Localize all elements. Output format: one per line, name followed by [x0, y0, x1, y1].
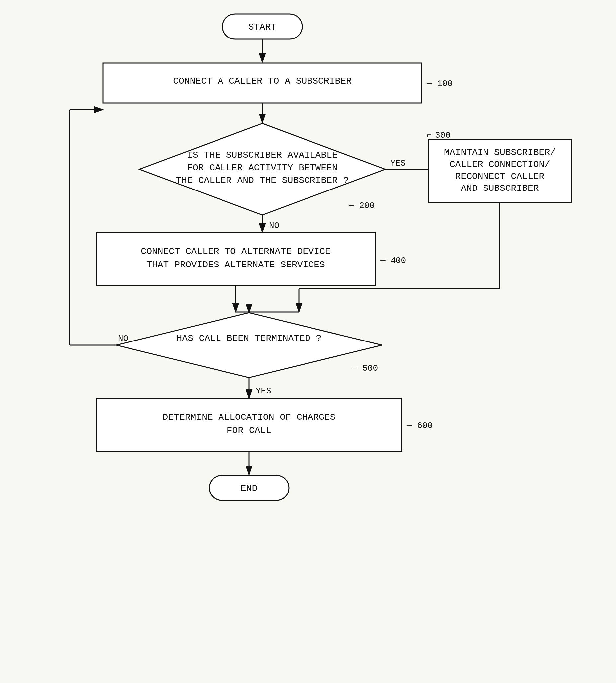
step400-ref: ─ 400 — [380, 255, 406, 266]
step300-line1: MAINTAIN SUBSCRIBER/ — [444, 147, 555, 158]
step600-line2: FOR CALL — [227, 426, 271, 436]
no-500-label: NO — [118, 334, 128, 343]
step500-line1: HAS CALL BEEN TERMINATED ? — [177, 333, 322, 343]
step300-line2: CALLER CONNECTION/ — [449, 159, 550, 169]
step200-ref: ─ 200 — [348, 201, 375, 211]
no-200-label: NO — [269, 221, 279, 231]
start-label: START — [248, 22, 276, 32]
step400-line1: CONNECT CALLER TO ALTERNATE DEVICE — [141, 246, 330, 256]
step600-ref: ─ 600 — [406, 421, 433, 431]
end-label: END — [241, 483, 257, 494]
flowchart-diagram: START CONNECT A CALLER TO A SUBSCRIBER ─… — [0, 0, 616, 683]
step300-ref-tilde: ⌐ — [427, 131, 432, 140]
step100-ref: ─ 100 — [426, 79, 453, 89]
step300-line4: AND SUBSCRIBER — [461, 183, 538, 193]
step400-shape — [96, 232, 375, 286]
step300-ref: 300 — [435, 131, 450, 140]
step600-shape — [96, 398, 402, 451]
step200-line2: FOR CALLER ACTIVITY BETWEEN — [187, 163, 338, 173]
step300-line3: RECONNECT CALLER — [455, 171, 545, 182]
step500-ref: ─ 500 — [352, 363, 378, 373]
yes-500-label: YES — [256, 386, 271, 396]
step400-line2: THAT PROVIDES ALTERNATE SERVICES — [147, 259, 325, 270]
step600-line1: DETERMINE ALLOCATION OF CHARGES — [163, 412, 336, 423]
step200-line1: IS THE SUBSCRIBER AVAILABLE — [187, 150, 338, 160]
step200-line3: THE CALLER AND THE SUBSCRIBER ? — [176, 175, 349, 185]
step100-label: CONNECT A CALLER TO A SUBSCRIBER — [173, 76, 352, 86]
yes-200-label: YES — [390, 158, 406, 168]
